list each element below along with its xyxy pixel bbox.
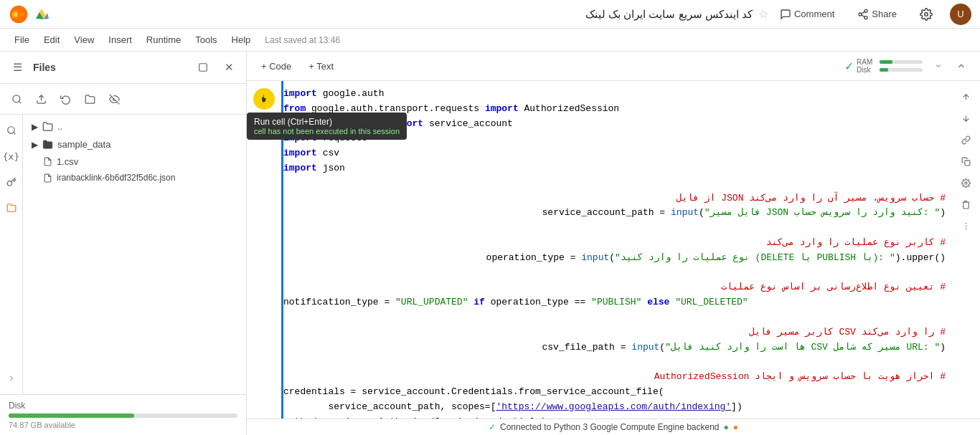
collapse-sections-button[interactable] <box>951 56 971 76</box>
share-button[interactable]: Share <box>852 6 903 23</box>
sidebar-menu-button[interactable]: ☰ <box>7 57 27 77</box>
sidebar-eye-off-button[interactable] <box>103 88 125 110</box>
notebook-toolbar: + Code + Text ✓ RAM Disk <box>247 52 980 81</box>
svg-point-8 <box>864 9 867 12</box>
status-dot-right-orange: ● <box>733 422 738 432</box>
nav-item-sample-data[interactable]: ▶ sample_data <box>23 135 246 153</box>
nav-item-csv[interactable]: 1.csv <box>23 153 246 170</box>
sidebar-bottom: Disk 74.87 GB available <box>0 394 246 435</box>
left-icon-bar: {x} <box>0 115 23 394</box>
code-line-blank4 <box>283 310 946 325</box>
runtime-dropdown-button[interactable] <box>928 56 948 76</box>
more-vert-icon <box>961 221 971 231</box>
disk-bar-fill-nb <box>880 68 888 72</box>
copy-icon <box>961 157 971 166</box>
code-comment-5: # احراز هویت با حساب سرویس و ایجاد Autho… <box>283 370 946 385</box>
move-cell-up-button[interactable] <box>956 87 976 107</box>
code-comment-4: # را وارد می‌کند CSV کاربر مسیر فایل <box>283 325 946 340</box>
svg-point-19 <box>7 127 14 133</box>
svg-point-4 <box>20 12 24 16</box>
arrow-up-icon <box>961 92 971 102</box>
menu-insert[interactable]: Insert <box>103 32 138 48</box>
delete-cell-button[interactable] <box>956 194 976 214</box>
comment-icon <box>780 9 791 20</box>
settings-button[interactable] <box>914 5 938 24</box>
file-icon-json <box>43 173 52 183</box>
sidebar-title: Files <box>33 62 187 73</box>
menu-tools[interactable]: Tools <box>189 32 222 48</box>
nav-item-json[interactable]: iranbacklink-6b6df32f5d6c.json <box>23 170 246 186</box>
chevron-up-icon <box>956 61 966 71</box>
sidebar-refresh-button[interactable] <box>55 88 76 110</box>
secrets-icon[interactable] <box>1 172 22 192</box>
sidebar-upload-button[interactable] <box>30 88 52 110</box>
eye-off-icon <box>109 94 120 105</box>
code-line-blank2 <box>283 221 946 236</box>
svg-rect-14 <box>199 64 207 72</box>
copy-cell-button[interactable] <box>956 151 976 171</box>
menu-edit[interactable]: Edit <box>38 32 65 48</box>
file-icon-csv <box>43 157 52 166</box>
nav-item-parent[interactable]: ▶ .. <box>23 118 246 135</box>
run-tooltip: Run cell (Ctrl+Enter) cell has not been … <box>247 113 407 140</box>
google-drive-icon <box>34 7 49 21</box>
star-icon[interactable]: ☆ <box>758 7 768 21</box>
move-cell-down-button[interactable] <box>956 108 976 128</box>
ram-label: RAM <box>857 58 877 66</box>
hamburger-icon: ☰ <box>13 61 22 74</box>
svg-point-9 <box>859 13 862 16</box>
variables-icon[interactable]: {x} <box>1 146 22 166</box>
folder-icon <box>85 94 95 105</box>
folder-expand-icon-2: ▶ <box>32 140 38 150</box>
connected-check-icon: ✓ <box>844 59 854 73</box>
sidebar-close-button[interactable]: ✕ <box>219 57 239 77</box>
sidebar-search-button[interactable] <box>6 88 27 110</box>
tooltip-title: Run cell (Ctrl+Enter) <box>254 117 400 127</box>
chevron-down-icon <box>934 62 943 70</box>
link-icon <box>961 135 971 145</box>
last-saved-text: Last saved at 13:46 <box>265 35 340 45</box>
code-line-12: service_account_path, scopes=['https://w… <box>283 400 946 415</box>
add-text-button[interactable]: + Text <box>303 58 339 75</box>
files-nav-icon[interactable] <box>1 198 22 218</box>
code-line-11: credentials = service_account.Credential… <box>283 385 946 400</box>
colab-logo <box>9 4 29 24</box>
arrow-down-icon <box>961 114 971 123</box>
tooltip-subtitle: cell has not been executed in this sessi… <box>254 127 400 135</box>
more-cell-options-button[interactable] <box>956 216 976 236</box>
sidebar-header: ☰ Files ✕ <box>0 52 246 84</box>
code-line-1: import google.auth <box>283 87 946 102</box>
run-cell-button[interactable]: Run cell (Ctrl+Enter) cell has not been … <box>247 81 281 419</box>
menu-view[interactable]: View <box>68 32 100 48</box>
expand-left-icon[interactable] <box>1 368 22 388</box>
share-label: Share <box>872 9 897 19</box>
run-circle[interactable] <box>253 88 275 110</box>
folder-nav-icon-svg <box>6 203 17 213</box>
code-line-13: authed_session = AuthorizedSession(crede… <box>283 415 946 419</box>
sidebar-expand-button[interactable] <box>193 57 213 77</box>
search-icon <box>11 94 22 105</box>
comment-button[interactable]: Comment <box>774 6 840 23</box>
expand-icon <box>198 62 208 72</box>
sidebar: ☰ Files ✕ <box>0 52 247 435</box>
status-bar: ✓ Connected to Python 3 Google Compute E… <box>247 419 980 435</box>
link-cell-button[interactable] <box>956 130 976 150</box>
settings-cell-button[interactable] <box>956 173 976 193</box>
menu-file[interactable]: File <box>9 32 35 48</box>
menu-runtime[interactable]: Runtime <box>141 32 187 48</box>
code-comment-3: # تعیین نوع اطلاع‌رسانی بر اساس نوع عملی… <box>283 280 946 295</box>
user-avatar[interactable]: U <box>950 4 971 25</box>
add-code-button[interactable]: + Code <box>255 58 297 75</box>
notebook-right-tools: ✓ RAM Disk <box>844 56 971 76</box>
svg-line-11 <box>862 15 865 17</box>
search-nav-icon-svg <box>6 125 17 135</box>
disk-bar-background <box>9 414 237 418</box>
sidebar-folder-button[interactable] <box>79 88 100 110</box>
search-nav-icon[interactable] <box>1 120 22 140</box>
disk-label-nb: Disk <box>857 66 877 74</box>
svg-point-27 <box>965 228 966 229</box>
refresh-icon <box>60 94 71 105</box>
trash-icon <box>961 200 971 209</box>
cell-gear-icon <box>961 178 971 188</box>
menu-help[interactable]: Help <box>226 32 257 48</box>
